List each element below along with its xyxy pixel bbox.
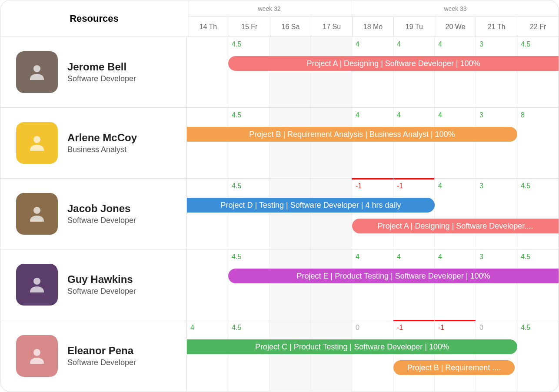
task-bar[interactable]: Project B | Requirement Analysis | Busin…: [187, 127, 517, 142]
timeline-cell[interactable]: [311, 37, 352, 107]
hours-value: 4.5: [521, 253, 530, 261]
timeline-cell[interactable]: [311, 320, 352, 391]
timeline-cell[interactable]: 3: [476, 179, 517, 249]
timeline-cell[interactable]: 8: [517, 108, 559, 178]
day-header-cell[interactable]: 16 Sa: [270, 17, 312, 37]
timeline-cell[interactable]: 4: [393, 249, 435, 320]
hours-value: 4.5: [232, 111, 241, 119]
resource-role: Software Developer: [67, 216, 136, 225]
overload-indicator: [393, 320, 434, 321]
timeline-cell[interactable]: 3: [476, 108, 517, 178]
timeline[interactable]: 4.5-1-1434.5Project D | Testing | Softwa…: [187, 179, 559, 249]
timeline-cell[interactable]: 4.5: [517, 179, 559, 249]
task-bar[interactable]: Project E | Product Testing | Software D…: [228, 269, 559, 283]
avatar: [16, 193, 58, 235]
timeline-cell[interactable]: 4.5: [228, 108, 270, 178]
task-bar[interactable]: Project A | Designing | Software Develop…: [352, 219, 559, 233]
resource-row: Jacob JonesSoftware Developer4.5-1-1434.…: [0, 179, 559, 249]
svg-point-1: [33, 136, 40, 143]
week-label: week 33: [352, 0, 559, 17]
timeline-cell[interactable]: [270, 37, 311, 107]
timeline-cell[interactable]: 4.5: [228, 249, 270, 320]
timeline-cell[interactable]: [311, 249, 352, 320]
timeline-cell[interactable]: -1: [435, 320, 476, 391]
hours-value: 4.5: [232, 182, 241, 190]
timeline-cell[interactable]: 0: [352, 320, 393, 391]
resource-info[interactable]: Guy HawkinsSoftware Developer: [0, 249, 187, 320]
resource-info[interactable]: Eleanor PenaSoftware Developer: [0, 320, 187, 391]
timeline-cell[interactable]: 4: [352, 249, 393, 320]
day-header-cell[interactable]: 20 We: [435, 17, 476, 37]
timeline-cell[interactable]: 3: [476, 249, 517, 320]
timeline-cell[interactable]: 4: [435, 179, 476, 249]
timeline-cell[interactable]: -1: [393, 179, 435, 249]
timeline-cell[interactable]: [187, 179, 228, 249]
timeline-cell[interactable]: 0: [476, 320, 517, 391]
timeline-cell[interactable]: [187, 108, 228, 178]
resource-row: Jerome BellSoftware Developer4.544434.5P…: [0, 37, 559, 108]
timeline-cell[interactable]: 4: [435, 37, 476, 107]
task-bar[interactable]: Project D | Testing | Software Developer…: [187, 198, 435, 213]
day-header-cell[interactable]: 15 Fr: [229, 17, 270, 37]
timeline-cell[interactable]: 4.5: [517, 320, 559, 391]
timeline-cell[interactable]: [311, 179, 352, 249]
hours-value: 3: [479, 253, 483, 261]
resource-row: Eleanor PenaSoftware Developer44.50-1-10…: [0, 320, 559, 391]
resource-name: Arlene McCoy: [67, 132, 137, 144]
task-bar[interactable]: Project C | Product Testing | Software D…: [187, 339, 517, 354]
timeline-cell[interactable]: -1: [352, 179, 393, 249]
timeline-cell[interactable]: [270, 249, 311, 320]
task-bar[interactable]: Project B | Requirement ....: [393, 360, 515, 375]
timeline[interactable]: 4.544434.5Project E | Product Testing | …: [187, 249, 559, 320]
resource-info[interactable]: Arlene McCoyBusiness Analyst: [0, 108, 187, 178]
timeline-cell[interactable]: 4: [435, 249, 476, 320]
timeline-cell[interactable]: [187, 249, 228, 320]
timeline[interactable]: 4.544438Project B | Requirement Analysis…: [187, 108, 559, 178]
timeline[interactable]: 44.50-1-104.5Project C | Product Testing…: [187, 320, 559, 391]
overload-indicator: [352, 178, 393, 179]
resource-info[interactable]: Jacob JonesSoftware Developer: [0, 179, 187, 249]
task-bar[interactable]: Project A | Designing | Software Develop…: [228, 56, 559, 71]
resource-info[interactable]: Jerome BellSoftware Developer: [0, 37, 187, 107]
hours-value: 4.5: [521, 182, 530, 190]
day-header-cell[interactable]: 17 Su: [311, 17, 353, 37]
day-header-cell[interactable]: 14 Th: [188, 17, 229, 37]
hours-value: 4: [356, 253, 359, 261]
hours-value: 4: [438, 111, 442, 119]
day-header-cell[interactable]: 18 Mo: [353, 17, 394, 37]
timeline-cell[interactable]: 4: [352, 108, 393, 178]
timeline-cell[interactable]: [270, 320, 311, 391]
timeline-cell[interactable]: 4.5: [228, 320, 270, 391]
timeline-cell[interactable]: [270, 179, 311, 249]
timeline-cell[interactable]: 3: [476, 37, 517, 107]
timeline-cell[interactable]: 4: [393, 108, 435, 178]
timeline-cell[interactable]: 4: [352, 37, 393, 107]
timeline-cell[interactable]: [187, 37, 228, 107]
timeline-cell[interactable]: 4: [393, 37, 435, 107]
timeline-cell[interactable]: [311, 108, 352, 178]
avatar: [16, 335, 58, 377]
timeline-cell[interactable]: 4: [435, 108, 476, 178]
timeline-cell[interactable]: 4.5: [228, 37, 270, 107]
day-header-cell[interactable]: 19 Tu: [394, 17, 435, 37]
day-header-cell[interactable]: 22 Fr: [517, 17, 559, 37]
overload-indicator: [435, 320, 476, 321]
hours-value: 4: [438, 253, 442, 261]
hours-value: 4: [397, 40, 401, 48]
hours-value: -1: [438, 324, 444, 332]
timeline-cell[interactable]: 4.5: [517, 37, 559, 107]
timeline-cell[interactable]: 4: [187, 320, 228, 391]
timeline[interactable]: 4.544434.5Project A | Designing | Softwa…: [187, 37, 559, 107]
resource-role: Software Developer: [67, 287, 136, 296]
timeline-cell[interactable]: 4.5: [228, 179, 270, 249]
timeline-cell[interactable]: [270, 108, 311, 178]
hours-value: 4.5: [521, 324, 530, 332]
resource-row: Arlene McCoyBusiness Analyst4.544438Proj…: [0, 108, 559, 179]
timeline-cell[interactable]: 4.5: [517, 249, 559, 320]
day-header-cell[interactable]: 21 Th: [476, 17, 517, 37]
resource-row: Guy HawkinsSoftware Developer4.544434.5P…: [0, 249, 559, 320]
svg-point-3: [33, 278, 40, 285]
timeline-cell[interactable]: -1: [393, 320, 435, 391]
hours-value: -1: [356, 182, 362, 190]
resource-name: Guy Hawkins: [67, 273, 136, 286]
